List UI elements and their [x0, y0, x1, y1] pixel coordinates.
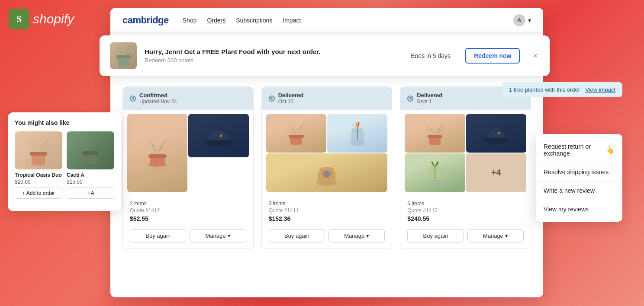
manage-btn-3[interactable]: Manage ▾ [467, 229, 524, 242]
order-image-3b [466, 114, 526, 153]
nav-subscriptions[interactable]: Subscriptions [236, 17, 272, 24]
svg-rect-19 [32, 154, 45, 166]
suggestion-name-2: Cacti A [67, 172, 114, 178]
suggestion-price-1: $20.00 [15, 179, 62, 185]
svg-rect-14 [484, 138, 508, 141]
status-icon-3 [407, 96, 413, 102]
context-menu-item-my-reviews[interactable]: View my reviews [536, 200, 622, 218]
order-images-2 [262, 110, 392, 196]
order-card-1: Confirmed Updated Nov 24 [122, 86, 254, 249]
promo-product-image [110, 42, 137, 69]
order-image-3d-extra: +4 [466, 153, 526, 192]
manage-chevron-icon-3: ▾ [505, 233, 508, 239]
suggestions-card: You might also like Tropical Oasis Duo $… [8, 112, 121, 211]
order-price-3: $240.55 [407, 215, 524, 222]
impact-text: 1 tree planted with this order [509, 86, 580, 93]
order-quote-1: Quote #1412 [130, 207, 246, 214]
order-image-2a [266, 114, 326, 153]
main-content: Orders Confirmed Updated Nov 24 [110, 58, 543, 258]
nav-impact[interactable]: Impact [283, 17, 301, 24]
order-images-3: +4 [400, 110, 531, 196]
order-status-1: Confirmed [139, 92, 177, 99]
order-image-hat-1 [188, 114, 248, 157]
nav-bar: cambridge Shop Orders Subscriptions Impa… [110, 8, 543, 33]
buy-again-btn-3[interactable]: Buy again [407, 229, 464, 242]
svg-rect-17 [118, 57, 129, 67]
order-meta-2: 3 items Quote #1411 $152.36 [262, 196, 392, 229]
order-quote-2: Quote #1411 [269, 207, 385, 214]
promo-subtitle: Redeem 500 points [145, 57, 403, 64]
order-actions-1: Buy again Manage ▾ [123, 229, 253, 249]
promo-title: Hurry, Jenn! Get a FREE Plant Food with … [145, 48, 403, 55]
promo-banner: Hurry, Jenn! Get a FREE Plant Food with … [100, 35, 550, 76]
order-items-2: 3 items [269, 201, 385, 207]
svg-rect-22 [82, 151, 99, 155]
store-brand[interactable]: cambridge [122, 15, 169, 26]
extra-count-badge: +4 [491, 168, 501, 178]
order-image-2c [266, 153, 388, 192]
nav-shop[interactable]: Shop [183, 17, 197, 24]
redeem-now-button[interactable]: Redeem now [465, 48, 520, 64]
suggestions-title: You might also like [15, 119, 114, 126]
svg-point-15 [426, 180, 444, 185]
context-menu-item-return[interactable]: Request return or exchange 👆 [536, 137, 622, 163]
order-status-bar-2: Delivered Oct 10 [262, 87, 392, 110]
order-price-1: $52.55 [130, 215, 246, 222]
nav-links: Shop Orders Subscriptions Impact [183, 17, 513, 24]
svg-rect-18 [116, 55, 131, 58]
add-to-order-btn-2[interactable]: + A [67, 188, 114, 199]
status-icon-2 [269, 96, 275, 102]
svg-point-7 [350, 140, 365, 146]
svg-rect-20 [30, 152, 47, 156]
context-menu: Request return or exchange 👆 Resolve shi… [536, 134, 622, 222]
order-actions-2: Buy again Manage ▾ [262, 229, 392, 249]
order-actions-3: Buy again Manage ▾ [400, 229, 531, 249]
order-meta-3: 6 items Quote #1410 $240.55 [400, 196, 531, 229]
order-image-3c [405, 153, 465, 192]
promo-close-button[interactable]: × [531, 50, 539, 62]
context-menu-item-review[interactable]: Write a new review [536, 182, 622, 200]
svg-rect-2 [148, 154, 167, 158]
manage-btn-2[interactable]: Manage ▾ [328, 229, 385, 242]
order-status-bar-1: Confirmed Updated Nov 24 [123, 87, 253, 110]
add-to-order-btn-1[interactable]: + Add to order [15, 188, 62, 199]
order-card-3: Delivered Sept 1 [400, 86, 531, 249]
order-image-plant-1 [127, 114, 187, 192]
buy-again-btn-1[interactable]: Buy again [130, 229, 186, 242]
order-card-2: Delivered Oct 10 [261, 86, 393, 249]
shopify-bag-icon: S [9, 9, 29, 29]
order-date-1: Updated Nov 24 [139, 99, 177, 105]
order-image-2b [327, 114, 387, 153]
manage-chevron-icon-1: ▾ [228, 233, 231, 239]
shopify-brand-name: shopify [33, 12, 74, 26]
suggestion-item-2: Cacti A $15.00 + A [67, 131, 114, 199]
order-price-2: $152.36 [269, 215, 385, 222]
manage-btn-1[interactable]: Manage ▾ [190, 229, 246, 242]
impact-banner: 1 tree planted with this order View impa… [502, 82, 622, 97]
order-date-2: Oct 10 [278, 99, 304, 105]
svg-rect-4 [206, 140, 232, 143]
status-icon-1 [130, 96, 136, 102]
manage-chevron-icon-2: ▾ [366, 233, 369, 239]
avatar-dropdown-icon: ▾ [528, 17, 531, 24]
promo-text: Hurry, Jenn! Get a FREE Plant Food with … [145, 48, 403, 64]
order-status-2: Delivered [278, 92, 304, 99]
order-items-3: 6 items [407, 201, 524, 207]
avatar-circle: A [513, 14, 525, 26]
svg-rect-21 [84, 153, 97, 164]
shopify-logo[interactable]: S shopify [9, 9, 74, 29]
view-impact-link[interactable]: View impact [585, 86, 615, 93]
order-quote-3: Quote #1410 [407, 207, 524, 214]
suggestion-image-2 [67, 131, 114, 169]
user-avatar[interactable]: A ▾ [513, 14, 531, 26]
svg-rect-12 [428, 135, 442, 138]
nav-orders[interactable]: Orders [207, 17, 225, 24]
order-items-1: 2 items [130, 201, 246, 207]
suggestion-price-2: $15.00 [67, 179, 114, 185]
order-date-3: Sept 1 [417, 99, 442, 105]
suggestion-name-1: Tropical Oasis Duo [15, 172, 62, 178]
buy-again-btn-2[interactable]: Buy again [269, 229, 325, 242]
suggestion-image-1 [15, 131, 62, 169]
context-menu-item-shipping[interactable]: Resolve shipping issues [536, 163, 622, 182]
cursor-hand-icon: 👆 [606, 146, 615, 154]
